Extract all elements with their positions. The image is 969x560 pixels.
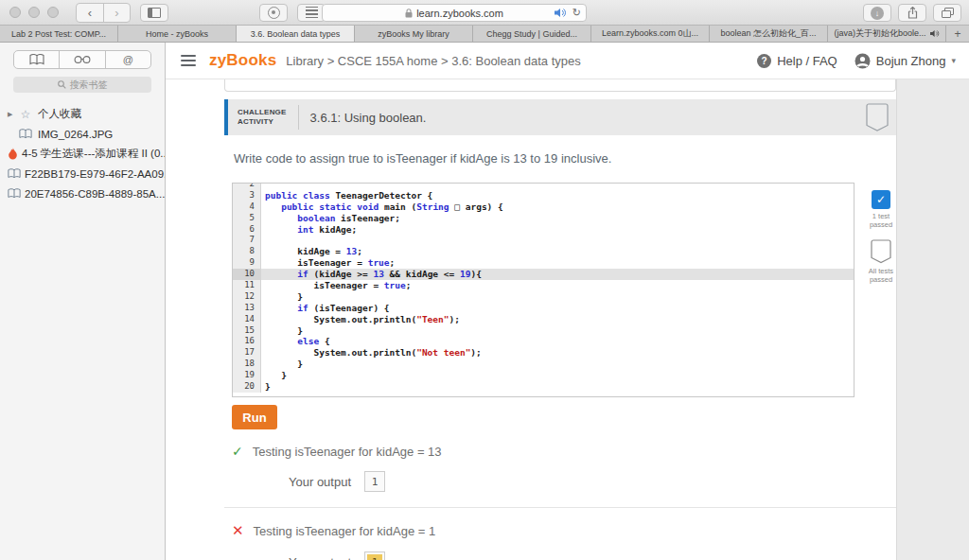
- code-line-14[interactable]: 14 System.out.println("Teen");: [233, 314, 854, 325]
- reload-icon[interactable]: ↻: [573, 7, 581, 19]
- bookmark-search-input[interactable]: 搜索书签: [13, 77, 151, 93]
- forward-button[interactable]: ›: [103, 4, 130, 22]
- back-button[interactable]: ‹: [77, 4, 103, 22]
- browser-tab-5[interactable]: Chegg Study | Guided...: [473, 26, 591, 42]
- code-line-7[interactable]: 7: [233, 235, 854, 246]
- code-line-20[interactable]: 20}: [233, 381, 854, 393]
- sidebar-icon: [148, 8, 161, 18]
- close-window-button[interactable]: [9, 7, 21, 18]
- browser-tab-6[interactable]: Learn.zybooks.com 0山...: [591, 26, 710, 42]
- sidebar-segmented-control: @: [13, 50, 151, 69]
- menu-button[interactable]: [181, 55, 196, 66]
- bookmark-item-3[interactable]: 4-5 学生选课---添加课程 II (0...: [0, 144, 165, 164]
- browser-tab-7[interactable]: boolean 怎么初始化_百...: [710, 26, 828, 42]
- bookmarks-tab[interactable]: [14, 51, 59, 68]
- extension-button[interactable]: [259, 4, 288, 22]
- code-line-13[interactable]: 13 if (isTeenager) {: [233, 303, 854, 314]
- code-text: public class TeenagerDetector {: [261, 190, 854, 201]
- code-line-2[interactable]: 2: [233, 183, 854, 190]
- flame-icon: [8, 148, 18, 160]
- tab-label: Chegg Study | Guided...: [486, 29, 577, 39]
- bookmark-label: 20E74856-C89B-4889-85A...: [25, 188, 165, 200]
- activity-header: CHALLENGEACTIVITY 3.6.1: Using boolean.: [224, 99, 896, 135]
- code-line-17[interactable]: 17 System.out.println("Not teen");: [233, 347, 854, 359]
- web-content: zyBooks Library > CSCE 155A home > 3.6: …: [166, 43, 969, 560]
- breadcrumb[interactable]: Library > CSCE 155A home > 3.6: Boolean …: [286, 54, 580, 68]
- code-line-11[interactable]: 11 isTeenager = true;: [233, 280, 854, 291]
- code-text: }: [261, 381, 854, 393]
- extension-icon: [268, 7, 280, 19]
- tab-label: Lab 2 Post Test: COMP...: [11, 29, 106, 39]
- run-button[interactable]: Run: [232, 405, 277, 429]
- code-text: System.out.println("Not teen");: [261, 347, 854, 359]
- code-line-12[interactable]: 12 }: [233, 291, 854, 303]
- new-tab-button[interactable]: +: [946, 26, 969, 42]
- bookmark-label: 4-5 学生选课---添加课程 II (0...: [22, 147, 165, 161]
- activity-shield-icon[interactable]: [866, 103, 889, 132]
- shared-links-tab[interactable]: @: [105, 51, 150, 68]
- code-text: }: [261, 359, 854, 370]
- code-line-5[interactable]: 5 boolean isTeenager;: [233, 213, 854, 224]
- browser-tab-3[interactable]: 3.6. Boolean data types: [237, 26, 355, 42]
- bookmark-item-2[interactable]: IMG_0264.JPG: [0, 124, 165, 144]
- line-number: 20: [233, 381, 261, 393]
- code-text: if (isTeenager) {: [261, 303, 854, 314]
- minimize-window-button[interactable]: [28, 7, 40, 18]
- code-line-6[interactable]: 6 int kidAge;: [233, 224, 854, 236]
- zoom-window-button[interactable]: [47, 7, 59, 18]
- tab-overview-button[interactable]: [933, 4, 961, 22]
- code-editor[interactable]: 23public class TeenagerDetector {4 publi…: [232, 183, 854, 397]
- browser-tab-2[interactable]: Home - zyBooks: [118, 26, 237, 42]
- one-test-passed-check-icon: ✓: [872, 190, 890, 209]
- code-line-3[interactable]: 3public class TeenagerDetector {: [233, 190, 854, 201]
- bookmark-item-5[interactable]: 20E74856-C89B-4889-85A...: [0, 184, 165, 203]
- line-number: 3: [233, 190, 261, 201]
- one-test-passed-label: 1 test passed: [862, 212, 900, 230]
- sidebar-toggle-button[interactable]: [140, 4, 168, 22]
- tab-audio-mute-icon[interactable]: [555, 8, 567, 18]
- bookmark-item-4[interactable]: F22BB179-E979-46F2-AA09...: [0, 164, 165, 184]
- code-line-4[interactable]: 4 public static void main (String □ args…: [233, 201, 854, 213]
- bookmark-list: ▶☆个人收藏IMG_0264.JPG4-5 学生选课---添加课程 II (0.…: [0, 104, 165, 203]
- code-line-15[interactable]: 15 }: [233, 325, 854, 337]
- browser-tab-8[interactable]: (java)关于初始化boole...: [828, 26, 946, 42]
- test-1-output-value: 1: [364, 471, 385, 492]
- tabs-icon: [942, 8, 954, 18]
- code-line-18[interactable]: 18 }: [233, 359, 854, 370]
- previous-activity-card-edge: [224, 79, 896, 92]
- code-line-9[interactable]: 9 isTeenager = true;: [233, 257, 854, 269]
- bookmark-label: 个人收藏: [38, 107, 81, 121]
- browser-tab-4[interactable]: zyBooks My library: [355, 26, 473, 42]
- share-button[interactable]: [898, 4, 926, 22]
- all-tests-passed-label: All tests passed: [862, 267, 900, 285]
- share-icon: [907, 7, 918, 19]
- code-line-8[interactable]: 8 kidAge = 13;: [233, 246, 854, 257]
- help-faq-link[interactable]: ? Help / FAQ: [757, 54, 837, 68]
- line-number: 11: [233, 280, 261, 291]
- address-bar[interactable]: learn.zybooks.com ↻: [322, 4, 587, 22]
- line-number: 14: [233, 314, 261, 325]
- disclosure-triangle-icon[interactable]: ▶: [8, 111, 17, 118]
- test-result-2: ✕ Testing isTeenager for kidAge = 1 Your…: [232, 522, 896, 560]
- code-text: isTeenager = true;: [261, 257, 854, 269]
- code-lines: 23public class TeenagerDetector {4 publi…: [233, 183, 854, 393]
- zybooks-logo[interactable]: zyBooks: [209, 51, 276, 70]
- code-line-16[interactable]: 16 else {: [233, 336, 854, 347]
- tab-label: zyBooks My library: [378, 29, 449, 39]
- code-line-10[interactable]: 10 if (kidAge >= 13 && kidAge <= 19){: [233, 269, 854, 280]
- code-text: }: [261, 291, 854, 303]
- line-number: 19: [233, 370, 261, 381]
- bookmark-item-1[interactable]: ▶☆个人收藏: [0, 104, 165, 124]
- user-menu[interactable]: Bojun Zhong ▾: [854, 53, 956, 69]
- code-line-19[interactable]: 19 }: [233, 370, 854, 381]
- tab-label: Home - zyBooks: [146, 29, 208, 39]
- browser-tab-1[interactable]: Lab 2 Post Test: COMP...: [0, 26, 118, 42]
- page-background-strip: [896, 79, 969, 560]
- downloads-button[interactable]: ↓: [863, 4, 891, 22]
- code-text: }: [261, 370, 854, 381]
- reading-list-tab[interactable]: [59, 51, 104, 68]
- challenge-activity-card: CHALLENGEACTIVITY 3.6.1: Using boolean. …: [224, 99, 896, 560]
- window-controls[interactable]: [9, 7, 59, 18]
- test-2-output-value: 1: [364, 551, 385, 560]
- glasses-icon: [74, 55, 91, 64]
